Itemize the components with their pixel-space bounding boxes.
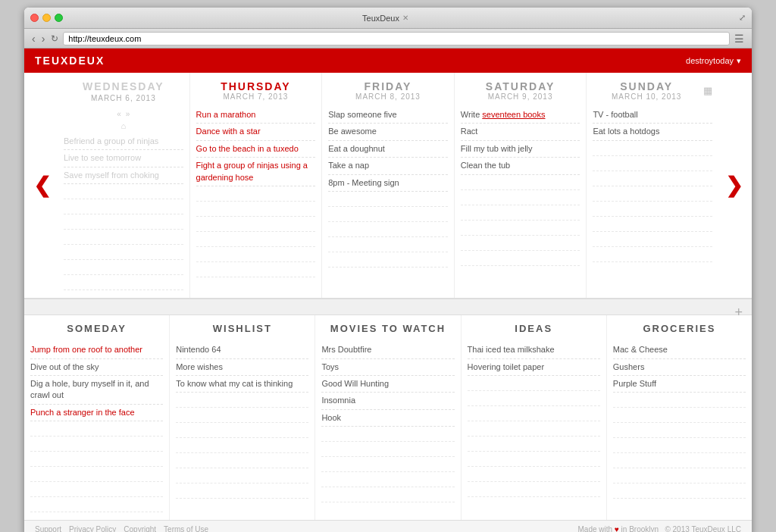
task-item: Jump from one roof to another <box>30 342 163 358</box>
browser-toolbar: ‹ › ↻ ☰ <box>24 29 752 49</box>
someday-col-title: SOMEDAY <box>30 323 163 334</box>
browser-titlebar: TeuxDeux ✕ ⤢ <box>24 8 752 29</box>
task-empty <box>196 202 316 217</box>
task-empty <box>593 171 712 186</box>
task-item: Mac & Cheese <box>613 342 746 358</box>
task-item: Mrs Doubtfire <box>321 342 454 358</box>
task-empty <box>321 442 454 457</box>
task-list: Befriend a group of ninjas Live to see t… <box>64 133 183 290</box>
groceries-col-title: GROCERIES <box>613 323 746 334</box>
task-empty <box>461 251 580 266</box>
app-footer: Support Privacy Policy Copyright Terms o… <box>24 520 752 532</box>
task-empty <box>321 427 454 442</box>
sunday-name: SUNDAY <box>593 80 700 92</box>
day-thursday: THURSDAY MARCH 7, 2013 Run a marathon Da… <box>190 73 323 298</box>
browser-dots <box>30 14 63 22</box>
minimize-dot[interactable] <box>42 14 51 22</box>
maximize-dot[interactable] <box>55 14 63 22</box>
task-list: TV - football Eat lots a hotdogs <box>593 107 712 262</box>
task-item: Hook <box>321 410 454 427</box>
thursday-date: MARCH 7, 2013 <box>196 92 316 101</box>
calendar-icon[interactable]: ▦ <box>703 85 712 96</box>
task-empty <box>593 141 712 156</box>
menu-button[interactable]: ☰ <box>733 33 746 45</box>
task-empty <box>30 482 163 497</box>
task-empty <box>461 190 580 205</box>
copyright-link[interactable]: Copyright <box>124 525 156 532</box>
task-item: Gushers <box>613 359 746 376</box>
task-item: Befriend a group of ninjas <box>64 133 183 150</box>
url-bar[interactable] <box>63 32 730 45</box>
task-empty <box>176 423 308 438</box>
task-item: Run a marathon <box>196 107 316 124</box>
close-dot[interactable] <box>30 14 39 22</box>
task-empty <box>196 217 316 232</box>
task-empty <box>196 186 316 202</box>
task-empty <box>30 497 163 512</box>
back-button[interactable]: ‹ <box>30 33 37 45</box>
task-item: Fight a group of ninjas using a gardenin… <box>196 158 316 186</box>
task-item: Insomnia <box>321 393 454 409</box>
wishlist-col-title: WISHLIST <box>176 323 308 334</box>
task-list: Write seventeen books Ract Fill my tub w… <box>461 107 580 266</box>
task-empty <box>468 437 600 452</box>
left-chevron-icon[interactable]: « <box>117 110 121 118</box>
task-empty <box>468 391 600 406</box>
task-empty <box>328 207 448 222</box>
support-link[interactable]: Support <box>35 525 61 532</box>
tab-close-icon[interactable]: ✕ <box>402 14 408 22</box>
heart-icon: ♥ <box>615 525 619 532</box>
task-empty <box>176 483 308 499</box>
task-item: Eat lots a hotdogs <box>593 124 712 140</box>
task-empty <box>613 468 746 483</box>
user-menu[interactable]: destroytoday ▾ <box>686 56 741 66</box>
task-empty <box>30 452 163 467</box>
task-empty <box>468 376 600 391</box>
task-empty <box>196 232 316 247</box>
forward-button[interactable]: › <box>40 33 47 45</box>
task-item: Nintendo 64 <box>176 342 308 358</box>
task-empty <box>176 393 308 408</box>
task-empty <box>64 275 183 290</box>
task-empty <box>593 202 712 217</box>
task-item: Dig a hole, bury myself in it, and crawl… <box>30 376 163 405</box>
resize-icon[interactable]: ⤢ <box>739 13 746 23</box>
task-item: Take a nap <box>328 158 448 174</box>
task-item: Live to see tomorrow <box>64 150 183 167</box>
task-item: Be awesome <box>328 124 448 140</box>
terms-link[interactable]: Terms of Use <box>164 525 208 532</box>
footer-links: Support Privacy Policy Copyright Terms o… <box>35 525 208 532</box>
prev-week-button[interactable]: ❮ <box>33 175 51 196</box>
task-empty <box>468 421 600 437</box>
privacy-policy-link[interactable]: Privacy Policy <box>69 525 116 532</box>
task-empty <box>176 408 308 423</box>
task-empty <box>30 467 163 482</box>
task-item: Dive out of the sky <box>30 359 163 376</box>
home-icon[interactable]: ⌂ <box>120 121 126 130</box>
task-empty <box>321 457 454 472</box>
task-item: Write seventeen books <box>461 107 580 124</box>
task-empty <box>613 393 746 408</box>
section-divider: + <box>24 299 752 315</box>
task-item: Dance with a star <box>196 124 316 140</box>
task-list: Slap someone five Be awesome Eat a dough… <box>328 107 448 268</box>
task-empty <box>176 453 308 468</box>
task-item: Toys <box>321 359 454 376</box>
right-chevron-icon[interactable]: » <box>126 110 130 118</box>
task-empty <box>196 262 316 277</box>
task-empty <box>593 156 712 171</box>
task-empty <box>461 175 580 190</box>
task-empty <box>64 230 183 245</box>
seventeen-books-link[interactable]: seventeen books <box>482 110 545 119</box>
footer-credit: Made with ♥ in Brooklyn © 2013 TeuxDeux … <box>578 525 741 532</box>
next-week-button[interactable]: ❯ <box>725 175 743 196</box>
tab-title: TeuxDeux <box>362 14 399 23</box>
task-empty <box>468 452 600 467</box>
task-item: Save myself from choking <box>64 167 183 184</box>
task-empty <box>328 192 448 207</box>
task-empty <box>613 423 746 438</box>
someday-col-movies: MOVIES TO WATCH Mrs Doubtfire Toys Good … <box>315 315 461 520</box>
refresh-button[interactable]: ↻ <box>49 33 60 44</box>
task-empty <box>196 247 316 262</box>
movies-col-title: MOVIES TO WATCH <box>321 323 454 334</box>
